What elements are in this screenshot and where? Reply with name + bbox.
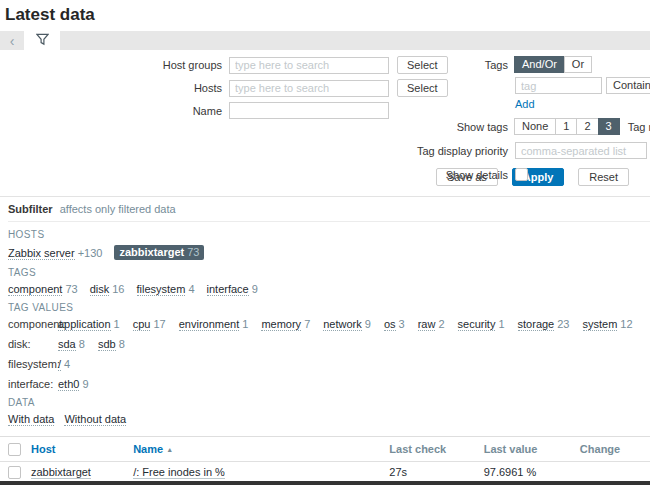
tags-operator-group: And/Or Or bbox=[515, 56, 592, 73]
filter-form: Host groups Select Hosts Select Name Tag… bbox=[0, 50, 650, 158]
tag-value-link[interactable]: network bbox=[323, 318, 362, 331]
change-header: Change bbox=[575, 437, 650, 462]
filter-tabbar: ‹ bbox=[0, 31, 650, 50]
chevron-left-icon: ‹ bbox=[10, 34, 15, 48]
subfilter-title: Subfilter bbox=[8, 203, 53, 215]
tag-value-group-disk: disk: bbox=[8, 338, 58, 350]
tag-match-select[interactable]: Contains bbox=[606, 77, 650, 94]
hosts-input[interactable] bbox=[229, 80, 389, 97]
bottom-bar bbox=[0, 481, 650, 485]
tag-display-priority-label: Tag display priority bbox=[412, 145, 508, 157]
show-details-checkbox[interactable] bbox=[515, 168, 528, 181]
sort-by-name[interactable]: Name bbox=[133, 443, 163, 455]
row-checkbox[interactable] bbox=[8, 466, 21, 479]
host-filter-link[interactable]: Zabbix server bbox=[8, 247, 75, 260]
tag-input[interactable] bbox=[515, 77, 602, 94]
name-input[interactable] bbox=[229, 102, 389, 119]
tag-filter-filesystem[interactable]: filesystem bbox=[137, 283, 186, 296]
subfilter-host-zabbixtarget-selected[interactable]: zabbixtarget73 bbox=[114, 245, 204, 260]
tag-value-link[interactable]: os bbox=[384, 318, 396, 331]
tag-display-priority-input[interactable] bbox=[515, 142, 647, 159]
hosts-label: Hosts bbox=[0, 82, 222, 94]
tags-label: Tags bbox=[412, 59, 508, 71]
tag-values-heading: TAG VALUES bbox=[8, 302, 650, 313]
tag-filter-interface[interactable]: interface bbox=[207, 283, 249, 296]
host-filter-count: +130 bbox=[78, 247, 103, 259]
tag-value-link[interactable]: storage bbox=[518, 318, 555, 331]
show-tags-group: None 1 2 3 bbox=[515, 118, 620, 135]
select-all-checkbox[interactable] bbox=[8, 443, 21, 456]
tag-name-label: Tag name bbox=[628, 121, 650, 133]
tab-filter[interactable] bbox=[24, 31, 60, 50]
page-title: Latest data bbox=[0, 0, 650, 31]
sort-by-host[interactable]: Host bbox=[31, 443, 55, 455]
tag-value-link[interactable]: security bbox=[458, 318, 496, 331]
tag-value-link[interactable]: / bbox=[58, 358, 61, 371]
table-header-row: Host Name▲ Last check Last value Change bbox=[0, 437, 650, 462]
item-name-link[interactable]: /: Free inodes in % bbox=[133, 466, 225, 479]
show-tags-3[interactable]: 3 bbox=[598, 118, 620, 135]
tags-operator-andor[interactable]: And/Or bbox=[514, 56, 565, 73]
show-tags-2[interactable]: 2 bbox=[576, 118, 598, 135]
subfilter: Subfilter affects only filtered data HOS… bbox=[0, 197, 650, 426]
tag-value-group-component: component: bbox=[8, 318, 58, 330]
tag-value-link[interactable]: system bbox=[583, 318, 618, 331]
host-groups-label: Host groups bbox=[0, 59, 222, 71]
data-heading: DATA bbox=[8, 397, 650, 408]
without-data-link[interactable]: Without data bbox=[64, 413, 126, 426]
tag-value-link[interactable]: environment bbox=[179, 318, 240, 331]
tags-operator-or[interactable]: Or bbox=[564, 56, 592, 73]
show-tags-none[interactable]: None bbox=[514, 118, 556, 135]
sort-ascending-icon: ▲ bbox=[166, 446, 173, 453]
tag-filter-disk[interactable]: disk bbox=[90, 283, 110, 296]
show-tags-1[interactable]: 1 bbox=[555, 118, 577, 135]
last-check-header: Last check bbox=[384, 437, 478, 462]
tags-heading: TAGS bbox=[8, 267, 650, 278]
tag-value-link[interactable]: application bbox=[58, 318, 111, 331]
filter-funnel-icon bbox=[36, 33, 49, 48]
with-data-link[interactable]: With data bbox=[8, 413, 54, 426]
host-link[interactable]: zabbixtarget bbox=[31, 466, 91, 479]
last-value-header: Last value bbox=[479, 437, 575, 462]
show-tags-label: Show tags bbox=[412, 121, 508, 133]
latest-data-table: Host Name▲ Last check Last value Change … bbox=[0, 436, 650, 485]
add-tag-link[interactable]: Add bbox=[515, 98, 535, 110]
tag-value-link[interactable]: sda bbox=[58, 338, 76, 351]
tag-value-link[interactable]: raw bbox=[418, 318, 436, 331]
hosts-heading: HOSTS bbox=[8, 229, 650, 240]
tag-value-link[interactable]: cpu bbox=[133, 318, 151, 331]
tag-value-group-filesystem: filesystem: bbox=[8, 358, 58, 370]
collapse-filter-button[interactable]: ‹ bbox=[0, 31, 24, 50]
tag-value-link[interactable]: eth0 bbox=[58, 378, 79, 391]
subfilter-host-zabbix-server: Zabbix server+130 bbox=[8, 247, 102, 259]
tag-value-group-interface: interface: bbox=[8, 378, 58, 390]
show-details-label: Show details bbox=[412, 169, 508, 181]
tag-filter-component[interactable]: component bbox=[8, 283, 62, 296]
host-groups-input[interactable] bbox=[229, 57, 389, 74]
name-label: Name bbox=[0, 105, 222, 117]
subfilter-subtitle: affects only filtered data bbox=[60, 203, 176, 215]
tag-value-link[interactable]: memory bbox=[261, 318, 301, 331]
tag-value-link[interactable]: sdb bbox=[98, 338, 116, 351]
